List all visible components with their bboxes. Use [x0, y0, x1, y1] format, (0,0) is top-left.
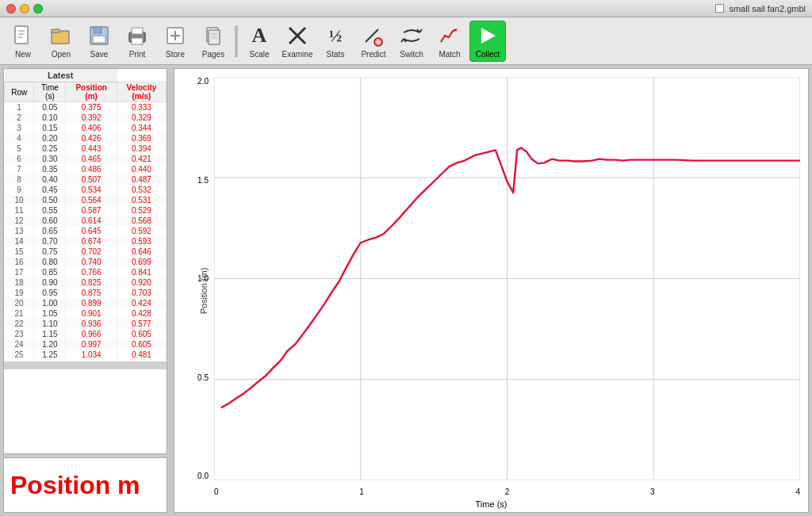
cell-row-num: 22	[5, 319, 34, 329]
save-icon	[86, 23, 112, 48]
cell-position: 0.614	[66, 216, 117, 226]
open-label: Open	[52, 50, 71, 59]
cell-position: 0.564	[66, 195, 117, 205]
chart-line	[221, 148, 800, 408]
cell-time: 0.70	[34, 236, 66, 247]
cell-velocity: 0.487	[117, 174, 166, 185]
y-tick-0: 0.0	[197, 472, 209, 480]
save-button[interactable]: Save	[81, 21, 117, 62]
new-button[interactable]: New	[5, 21, 41, 62]
cell-velocity: 0.333	[117, 102, 166, 113]
col-header-row: Row	[5, 82, 34, 102]
table-row: 180.900.8250.920	[5, 277, 167, 288]
svg-rect-11	[132, 38, 143, 44]
table-row: 50.250.4430.394	[5, 143, 167, 154]
collect-label: Collect	[476, 50, 500, 59]
cell-time: 0.10	[34, 113, 66, 123]
svg-marker-27	[481, 28, 496, 44]
svg-rect-10	[132, 28, 143, 34]
cell-row-num: 19	[5, 288, 34, 298]
cell-row-num: 21	[5, 308, 34, 319]
table-scrollbar[interactable]	[4, 361, 167, 369]
cell-position: 0.392	[66, 113, 117, 123]
cell-position: 1.034	[66, 350, 117, 360]
examine-button[interactable]: Examine	[279, 21, 316, 62]
minimize-button[interactable]	[20, 4, 29, 13]
cell-velocity: 0.703	[117, 288, 166, 298]
cell-position: 0.443	[66, 143, 117, 154]
status-text: Position m	[10, 471, 140, 500]
data-table: Latest Row Time(s) Position(m) Velocity(…	[4, 69, 167, 360]
switch-button[interactable]: Switch	[393, 21, 430, 62]
col-header-time: Time(s)	[34, 82, 66, 102]
cell-row-num: 15	[5, 247, 34, 257]
save-label: Save	[90, 50, 109, 59]
cell-time: 0.45	[34, 185, 66, 195]
left-panel: Latest Row Time(s) Position(m) Velocity(…	[0, 65, 170, 516]
print-button[interactable]: Print	[119, 21, 155, 62]
x-tick-3: 3	[650, 487, 655, 496]
pages-label: Pages	[202, 50, 224, 59]
table-row: 130.650.6450.592	[5, 226, 167, 236]
cell-row-num: 1	[5, 102, 34, 113]
y-tick-1: 0.5	[197, 373, 209, 382]
cell-time: 0.25	[34, 143, 66, 154]
table-row: 241.200.9970.605	[5, 339, 167, 350]
cell-velocity: 0.568	[117, 216, 166, 226]
predict-label: Predict	[361, 50, 385, 59]
cell-position: 0.674	[66, 236, 117, 247]
match-button[interactable]: Match	[431, 21, 468, 62]
cell-time: 0.15	[34, 123, 66, 133]
cell-velocity: 0.369	[117, 133, 166, 143]
cell-velocity: 0.841	[117, 267, 166, 277]
cell-row-num: 13	[5, 226, 34, 236]
x-tick-4: 4	[795, 487, 800, 496]
scale-button[interactable]: A Scale	[241, 21, 278, 62]
chart-area: Position (m) 2.0 1.5 1.0 0.5 0.0	[174, 68, 809, 513]
cell-time: 0.05	[34, 102, 66, 113]
store-label: Store	[166, 50, 185, 59]
open-button[interactable]: Open	[43, 21, 79, 62]
cell-time: 0.85	[34, 267, 66, 277]
cell-position: 0.507	[66, 174, 117, 185]
table-row: 211.050.9010.428	[5, 308, 167, 319]
cell-time: 0.30	[34, 154, 66, 164]
table-row: 40.200.4260.369	[5, 133, 167, 143]
x-axis-label: Time (s)	[476, 499, 508, 509]
stats-button[interactable]: ½ Stats	[317, 21, 354, 62]
cell-row-num: 24	[5, 339, 34, 350]
y-tick-3: 1.5	[197, 176, 209, 185]
cell-row-num: 8	[5, 174, 34, 185]
cell-position: 0.825	[66, 277, 117, 288]
match-icon	[437, 23, 462, 48]
print-icon	[124, 23, 150, 48]
predict-button[interactable]: Predict	[355, 21, 392, 62]
pages-button[interactable]: Pages	[195, 21, 232, 62]
cell-time: 1.25	[34, 350, 66, 360]
collect-button[interactable]: Collect	[469, 21, 506, 62]
cell-velocity: 0.440	[117, 164, 166, 174]
table-row: 221.100.9360.577	[5, 319, 167, 329]
cell-position: 0.966	[66, 329, 117, 339]
latest-header: Latest	[5, 69, 117, 82]
cell-row-num: 5	[5, 143, 34, 154]
table-row: 251.251.0340.481	[5, 350, 167, 360]
store-button[interactable]: Store	[157, 21, 193, 62]
store-icon	[163, 23, 188, 48]
table-row: 10.050.3750.333	[5, 102, 167, 113]
pages-icon	[201, 23, 226, 48]
new-icon	[10, 23, 36, 48]
cell-velocity: 0.428	[117, 308, 166, 319]
cell-velocity: 0.531	[117, 195, 166, 205]
close-button[interactable]	[6, 4, 16, 13]
y-tick-4: 2.0	[197, 77, 209, 86]
cell-time: 1.05	[34, 308, 66, 319]
cell-velocity: 0.481	[117, 350, 166, 360]
cell-velocity: 0.592	[117, 226, 166, 236]
svg-rect-0	[15, 26, 28, 44]
x-tick-0: 0	[214, 487, 219, 496]
filename-checkbox[interactable]	[715, 4, 724, 13]
maximize-button[interactable]	[33, 4, 43, 13]
cell-position: 0.702	[66, 247, 117, 257]
new-label: New	[15, 50, 31, 59]
